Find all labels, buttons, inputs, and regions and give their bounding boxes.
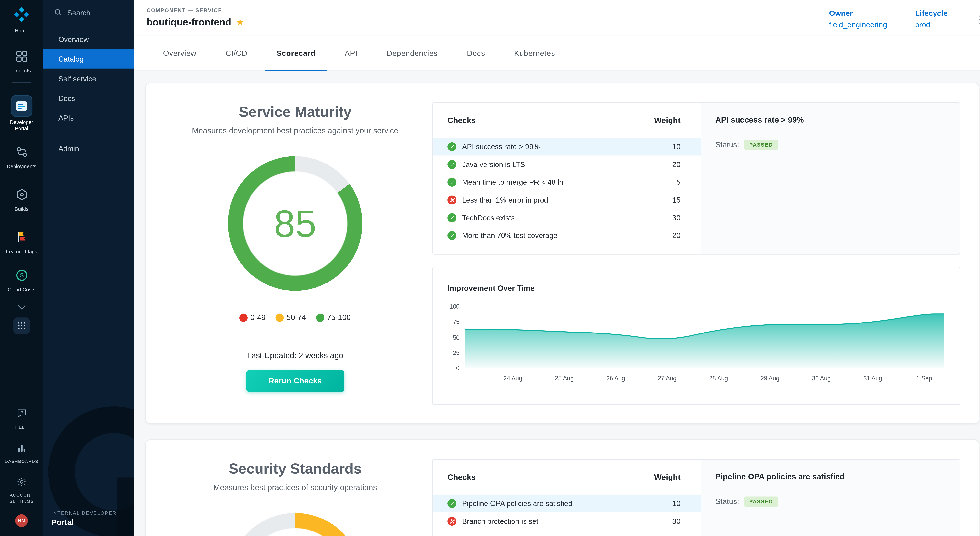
developer-portal-icon bbox=[11, 95, 32, 117]
deployments-icon bbox=[15, 146, 28, 162]
score-legend: 0-49 50-74 75-100 bbox=[240, 313, 351, 322]
check-row[interactable]: Branch protection is set30 bbox=[433, 512, 701, 530]
rail-item-label: HELP bbox=[15, 424, 28, 430]
feature-flags-icon bbox=[15, 230, 28, 246]
lifecycle-value[interactable]: prod bbox=[915, 20, 948, 29]
rail-item-developer-portal[interactable]: Developer Portal bbox=[1, 95, 42, 132]
status-badge: PASSED bbox=[744, 496, 778, 507]
favorite-star-icon[interactable]: ★ bbox=[236, 17, 244, 27]
rail-item-cloud-costs[interactable]: $ Cloud Costs bbox=[1, 269, 42, 293]
chart-title: Improvement Over Time bbox=[447, 284, 535, 293]
checks-panel: Checks Weight Pipeline OPA policies are … bbox=[432, 459, 960, 536]
checks-table-header: Checks Weight bbox=[433, 460, 701, 495]
tab-kubernetes[interactable]: Kubernetes bbox=[503, 35, 566, 70]
last-updated: Last Updated: 2 weeks ago bbox=[247, 351, 344, 360]
tab-scorecard[interactable]: Scorecard bbox=[265, 35, 327, 70]
dashboards-icon bbox=[16, 443, 27, 456]
area-chart-svg bbox=[465, 307, 944, 368]
rail-item-label: Home bbox=[15, 28, 29, 34]
check-pass-icon bbox=[447, 160, 456, 169]
owner-link[interactable]: field_engineering bbox=[829, 20, 887, 29]
check-row[interactable]: Mean time to merge PR < 48 hr5 bbox=[433, 173, 701, 191]
sidebar-item-apis[interactable]: APIs bbox=[43, 108, 134, 128]
rail-item-projects[interactable]: Projects bbox=[1, 49, 42, 74]
sidebar-item-admin[interactable]: Admin bbox=[43, 138, 134, 158]
scorecard-card-security-standards: Security Standards Measures best practic… bbox=[145, 439, 979, 536]
check-detail-panel: Pipeline OPA policies are satisfied Stat… bbox=[701, 460, 959, 536]
entity-header: COMPONENT — SERVICE boutique-frontend ★ … bbox=[134, 0, 980, 35]
sidebar-item-docs[interactable]: Docs bbox=[43, 88, 134, 108]
module-grid-icon[interactable] bbox=[13, 317, 30, 334]
rail-item-feature-flags[interactable]: Feature Flags bbox=[1, 230, 42, 254]
legend-dot-green bbox=[316, 313, 325, 321]
rail-item-dashboards[interactable]: DASHBOARDS bbox=[1, 443, 42, 464]
check-pass-icon bbox=[447, 213, 456, 222]
rail-item-label: Feature Flags bbox=[5, 248, 38, 254]
rail-item-home[interactable]: Home bbox=[1, 6, 42, 34]
sidebar-footer-title: Portal bbox=[51, 518, 117, 527]
owner-meta: Owner field_engineering bbox=[829, 9, 887, 29]
check-pass-icon bbox=[447, 231, 456, 240]
security-summary: Security Standards Measures best practic… bbox=[146, 440, 444, 536]
check-detail-title: Pipeline OPA policies are satisfied bbox=[715, 472, 946, 481]
legend-item-mid: 50-74 bbox=[276, 313, 306, 322]
rerun-checks-button[interactable]: Rerun Checks bbox=[247, 370, 344, 392]
checks-table: Checks Weight Pipeline OPA policies are … bbox=[433, 460, 701, 536]
improvement-chart: Improvement Over Time 100 75 50 25 0 bbox=[432, 267, 960, 405]
check-row[interactable]: Java version is LTS20 bbox=[433, 156, 701, 173]
cloud-costs-icon: $ bbox=[15, 269, 28, 285]
sidebar-search[interactable]: Search bbox=[43, 0, 134, 25]
rail-item-label: Deployments bbox=[7, 164, 37, 170]
weight-header-label: Weight bbox=[654, 116, 680, 125]
rail-item-deployments[interactable]: Deployments bbox=[1, 146, 42, 170]
harness-logo-icon bbox=[13, 6, 30, 25]
check-detail-title: API success rate > 99% bbox=[715, 116, 946, 124]
check-detail-panel: API success rate > 99% Status: PASSED bbox=[701, 103, 959, 254]
rail-item-label: DASHBOARDS bbox=[5, 458, 38, 464]
kebab-menu-icon[interactable] bbox=[976, 12, 980, 26]
rail-item-account-settings[interactable]: ACCOUNT SETTINGS bbox=[1, 477, 42, 504]
rail-divider bbox=[12, 82, 31, 83]
sidebar-item-overview[interactable]: Overview bbox=[43, 29, 134, 49]
scorecard-title: Service Maturity bbox=[239, 103, 352, 121]
check-pass-icon bbox=[447, 142, 456, 151]
tab-api[interactable]: API bbox=[333, 35, 369, 70]
maturity-summary: Service Maturity Measures development be… bbox=[146, 83, 444, 392]
tab-overview[interactable]: Overview bbox=[152, 35, 208, 70]
rail-item-label: Developer Portal bbox=[5, 119, 38, 132]
tab-dependencies[interactable]: Dependencies bbox=[375, 35, 449, 70]
score-value: 85 bbox=[228, 156, 363, 291]
check-status-row: Status: PASSED bbox=[715, 140, 946, 150]
check-row[interactable]: TechDocs exists30 bbox=[433, 209, 701, 227]
user-avatar[interactable]: HM bbox=[15, 514, 28, 527]
rail-item-help[interactable]: ? HELP bbox=[1, 408, 42, 430]
sidebar-item-self-service[interactable]: Self service bbox=[43, 68, 134, 88]
lifecycle-label: Lifecycle bbox=[915, 9, 948, 17]
legend-dot-yellow bbox=[276, 313, 284, 321]
check-row[interactable]: API success rate > 99%10 bbox=[433, 138, 701, 156]
check-row[interactable]: Less than 1% error in prod15 bbox=[433, 191, 701, 209]
check-row[interactable]: Pipeline OPA policies are satisfied10 bbox=[433, 495, 701, 512]
sidebar-item-catalog[interactable]: Catalog bbox=[43, 49, 134, 68]
checks-header-label: Checks bbox=[447, 473, 476, 482]
check-pass-icon bbox=[447, 178, 456, 187]
svg-text:?: ? bbox=[21, 410, 22, 415]
scorecard-subtitle: Measures development best practices agai… bbox=[192, 126, 398, 135]
builds-icon bbox=[15, 188, 28, 204]
sidebar-footer-kicker: INTERNAL DEVELOPER bbox=[51, 511, 117, 516]
check-row[interactable]: More than 70% test coverage20 bbox=[433, 227, 701, 245]
rail-chevron-down-icon[interactable] bbox=[18, 301, 25, 312]
page-title: boutique-frontend bbox=[146, 16, 231, 28]
legend-dot-red bbox=[240, 313, 248, 321]
legend-item-low: 0-49 bbox=[240, 313, 266, 322]
tab-docs[interactable]: Docs bbox=[455, 35, 496, 70]
checks-panel: Checks Weight API success rate > 99%10 J… bbox=[432, 102, 960, 254]
search-icon bbox=[54, 8, 62, 17]
rail-item-builds[interactable]: Builds bbox=[1, 188, 42, 212]
status-label: Status: bbox=[715, 140, 739, 149]
rail-item-label: Builds bbox=[15, 206, 29, 212]
checks-table: Checks Weight API success rate > 99%10 J… bbox=[433, 103, 701, 254]
tab-cicd[interactable]: CI/CD bbox=[214, 35, 259, 70]
weight-header-label: Weight bbox=[654, 473, 680, 482]
scorecard-card-service-maturity: Service Maturity Measures development be… bbox=[145, 83, 979, 424]
